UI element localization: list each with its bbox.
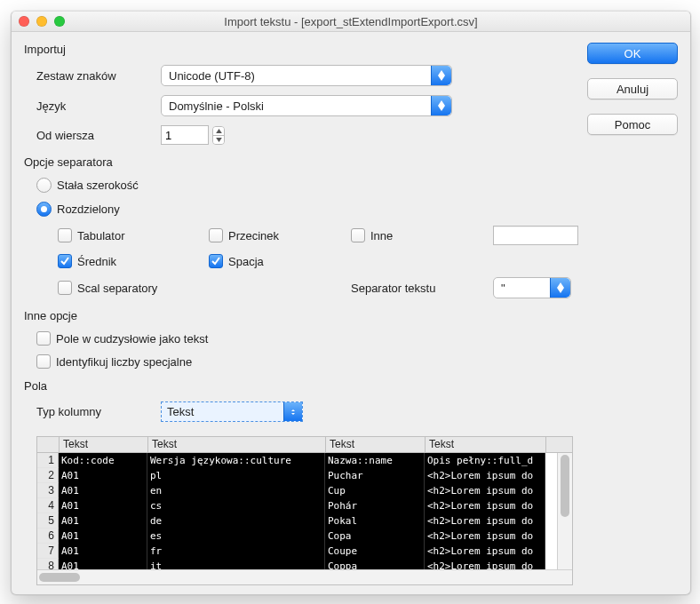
cell[interactable]: <h2>Lorem ipsum do (425, 498, 545, 513)
row-number: 7 (37, 544, 59, 559)
coltype-select[interactable]: Tekst (161, 401, 303, 422)
check-tab[interactable]: Tabulator (58, 228, 209, 242)
cell[interactable]: <h2>Lorem ipsum do (425, 544, 545, 559)
language-value: Domyślnie - Polski (169, 99, 264, 113)
cell[interactable]: Cup (325, 483, 425, 498)
checkbox-icon (351, 228, 365, 242)
cell[interactable]: A01 (59, 483, 147, 498)
cell[interactable]: <h2>Lorem ipsum do (425, 483, 545, 498)
text-delim-value: " (501, 282, 505, 295)
check-detect-special[interactable]: Identyfikuj liczby specjalne (36, 354, 573, 369)
cell[interactable]: Pokal (325, 513, 425, 528)
check-merge-label: Scal separatory (77, 282, 157, 295)
check-special-label: Identyfikuj liczby specjalne (56, 355, 192, 369)
table-row: 2A01plPuchar<h2>Lorem ipsum do (37, 468, 557, 483)
charset-label: Zestaw znaków (36, 69, 161, 83)
charset-select[interactable]: Unicode (UTF-8) (161, 65, 452, 86)
cell[interactable]: Coupe (325, 544, 425, 559)
chevron-down-icon[interactable] (213, 136, 224, 144)
close-icon[interactable] (19, 16, 29, 27)
preview-col-header[interactable]: Tekst (148, 437, 326, 452)
coltype-label: Typ kolumny (36, 405, 161, 418)
minimize-icon[interactable] (36, 16, 47, 27)
checkbox-icon (58, 228, 72, 242)
table-row: 4A01csPohár<h2>Lorem ipsum do (37, 498, 557, 513)
cell[interactable]: en (147, 483, 325, 498)
table-row: 5A01dePokal<h2>Lorem ipsum do (37, 513, 557, 528)
row-number: 3 (37, 483, 59, 498)
cell[interactable]: Kod::code (59, 453, 147, 468)
cell[interactable]: Pohár (325, 498, 425, 513)
cell[interactable]: cs (147, 498, 325, 513)
cancel-button[interactable]: Anuluj (587, 78, 678, 99)
cell[interactable]: fr (147, 544, 325, 559)
row-number: 2 (37, 468, 59, 483)
check-quoted-as-text[interactable]: Pole w cudzysłowie jako tekst (36, 331, 573, 346)
check-semicolon[interactable]: Średnik (58, 254, 209, 268)
text-delim-label: Separator tekstu (351, 282, 493, 295)
preview-col-header[interactable]: Tekst (426, 437, 546, 452)
preview-col-header[interactable]: Tekst (60, 437, 148, 452)
cell[interactable]: Opis pełny::full_d (425, 453, 545, 468)
cell[interactable]: A01 (59, 468, 147, 483)
cell[interactable]: <h2>Lorem ipsum do (425, 513, 545, 528)
radio-delimited[interactable]: Rozdzielony (36, 202, 573, 217)
cell[interactable]: <h2>Lorem ipsum do (425, 559, 545, 569)
chevron-updown-icon (283, 402, 302, 421)
checkbox-icon (36, 354, 51, 369)
section-fields-heading: Pola (24, 379, 573, 393)
cell[interactable]: Puchar (325, 468, 425, 483)
table-row: 7A01frCoupe<h2>Lorem ipsum do (37, 544, 557, 559)
cell[interactable]: A01 (59, 544, 147, 559)
checkbox-icon (209, 228, 223, 242)
cell[interactable]: it (147, 559, 325, 569)
cell[interactable]: <h2>Lorem ipsum do (425, 528, 545, 544)
table-row: 3A01enCup<h2>Lorem ipsum do (37, 483, 557, 498)
preview-grid: TekstTekstTekstTekst 1Kod::codeWersja ję… (36, 436, 573, 585)
chevron-updown-icon (431, 66, 451, 85)
cell[interactable]: Nazwa::name (325, 453, 425, 468)
cell[interactable]: Copa (325, 528, 425, 544)
zoom-icon[interactable] (54, 16, 65, 27)
cell[interactable]: pl (147, 468, 325, 483)
radio-fixed-width[interactable]: Stała szerokość (36, 178, 573, 193)
radio-delimited-label: Rozdzielony (57, 203, 120, 216)
cell[interactable]: de (147, 513, 325, 528)
coltype-value: Tekst (167, 405, 194, 418)
other-delim-input[interactable] (493, 226, 578, 245)
checkbox-icon (209, 254, 223, 268)
chevron-updown-icon (431, 96, 451, 115)
check-merge-delims[interactable]: Scal separatory (58, 281, 209, 295)
cell[interactable]: A01 (59, 528, 147, 544)
chevron-updown-icon (550, 278, 570, 298)
ok-button[interactable]: OK (587, 43, 678, 64)
table-row: 8A01itCoppa<h2>Lorem ipsum do (37, 559, 557, 569)
preview-col-header[interactable]: Tekst (326, 437, 426, 452)
table-row: 1Kod::codeWersja językowa::cultureNazwa:… (37, 453, 557, 468)
fromrow-input[interactable] (161, 125, 209, 145)
cell[interactable]: A01 (59, 513, 147, 528)
cell[interactable]: Coppa (325, 559, 425, 569)
cell[interactable]: A01 (59, 559, 147, 569)
fromrow-stepper[interactable] (212, 126, 225, 145)
help-button[interactable]: Pomoc (587, 114, 678, 135)
check-comma[interactable]: Przecinek (209, 228, 351, 242)
checkbox-icon (58, 254, 72, 268)
horizontal-scrollbar[interactable] (37, 569, 572, 584)
check-space[interactable]: Spacja (209, 254, 351, 268)
preview-body: 1Kod::codeWersja językowa::cultureNazwa:… (37, 453, 557, 569)
chevron-up-icon[interactable] (213, 127, 224, 136)
cell[interactable]: A01 (59, 498, 147, 513)
row-number: 1 (37, 453, 59, 468)
cell[interactable]: es (147, 528, 325, 544)
check-semicolon-label: Średnik (77, 255, 116, 268)
cell[interactable]: Wersja językowa::culture (147, 453, 325, 468)
section-separator-heading: Opcje separatora (24, 155, 573, 169)
text-delim-select[interactable]: " (493, 277, 571, 298)
cell[interactable]: <h2>Lorem ipsum do (425, 468, 545, 483)
language-select[interactable]: Domyślnie - Polski (161, 95, 452, 116)
window-title: Import tekstu - [export_stExtendImportEx… (224, 15, 477, 28)
radio-icon (36, 202, 52, 217)
vertical-scrollbar[interactable] (557, 453, 572, 569)
check-other[interactable]: Inne (351, 228, 493, 242)
